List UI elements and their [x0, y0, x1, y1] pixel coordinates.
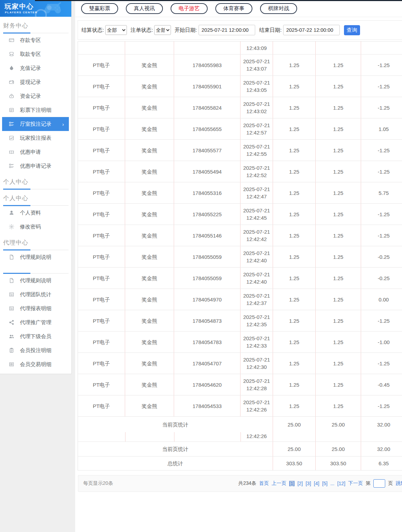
sidebar-item-wallet[interactable]: 提现记录: [2, 75, 69, 89]
sidebar-item-file[interactable]: 代理规则说明: [2, 274, 69, 287]
cell-bet-id: 1784054533: [174, 395, 241, 417]
tab-体育赛事[interactable]: 体育赛事: [215, 3, 252, 14]
cell-game-name: 奖金熊: [125, 140, 174, 161]
table-row: PT电子奖金熊17840545332025-07-2112:42:261.251…: [78, 395, 402, 417]
table-row: PT电子奖金熊17840552252025-07-2112:42:451.251…: [78, 204, 402, 225]
tab-雙赢彩票[interactable]: 雙赢彩票: [81, 3, 118, 14]
sidebar-item-label: 提现记录: [20, 79, 41, 86]
tab-电子游艺[interactable]: 电子游艺: [171, 3, 208, 14]
cell-empty: [273, 42, 316, 54]
sidebar-item-report-chart[interactable]: 玩家投注报表: [2, 131, 69, 145]
cell-game-type: PT电子: [78, 76, 125, 97]
sidebar-item-list[interactable]: 会员交易明细: [2, 357, 69, 371]
sidebar-item-list-record[interactable]: 优惠申请记录: [2, 159, 69, 173]
page-link-3[interactable]: [3]: [306, 481, 311, 486]
table-row: PT电子奖金熊17840546202025-07-2112:42:281.251…: [78, 374, 402, 395]
cell-game-type: PT电子: [78, 97, 125, 118]
sidebar-item-hall-bet[interactable]: 厅室投注记录›: [2, 117, 69, 131]
prev-page-link[interactable]: 上一页: [272, 480, 286, 487]
sidebar-section-title: 财务中心: [3, 22, 68, 33]
doc-lines-icon: [9, 107, 14, 113]
start-date-input[interactable]: [199, 25, 255, 35]
summary-valid-total: 25.00: [316, 417, 361, 442]
jump-button[interactable]: 跳转: [396, 480, 402, 487]
page-link-4[interactable]: [4]: [314, 481, 320, 486]
cell-bet-amount: 1.25: [273, 54, 316, 76]
page-link-5[interactable]: [5]: [322, 481, 328, 486]
ghost-border: [125, 432, 125, 442]
cell-bet-time: 2025-07-2112:42:57: [241, 118, 273, 140]
wallet-icon: [9, 79, 14, 85]
sidebar-item-clipboard[interactable]: 会员投注明细: [2, 343, 69, 357]
table-row: PT电子奖金熊17840549702025-07-2112:42:371.251…: [78, 289, 402, 310]
cell-bet-time: 2025-07-2112:42:45: [241, 204, 273, 225]
ghost-border: [174, 432, 174, 442]
sidebar-item-withdraw-hand[interactable]: 取款专区: [2, 47, 69, 61]
cell-win-loss: -1.25: [361, 310, 402, 331]
sidebar-item-file[interactable]: 代理规则说明: [2, 250, 69, 264]
settle-status-select[interactable]: 全部: [105, 25, 127, 35]
share-icon: [9, 320, 14, 325]
page-summary-row-overlap: 当前页统计 12:42:26 25.00 25.00 32.00: [78, 417, 402, 442]
sidebar-item-moneybag[interactable]: 充值记录: [2, 61, 69, 75]
cell-game-name: 奖金熊: [125, 310, 174, 331]
sidebar-item-label: 彩票下注明细: [20, 107, 51, 114]
jump-page-input[interactable]: [373, 479, 385, 488]
cell-bet-amount: 1.25: [273, 374, 316, 395]
end-date-input[interactable]: [283, 25, 340, 35]
page-link-12[interactable]: [12]: [337, 481, 345, 486]
sidebar-item-news[interactable]: 代理报表明细: [2, 301, 69, 315]
cell-game-type: PT电子: [78, 395, 125, 417]
cell-game-name: 奖金熊: [125, 395, 174, 417]
table-row: PT电子奖金熊17840550592025-07-2112:42:401.251…: [78, 246, 402, 268]
sidebar-item-label: 取款专区: [20, 51, 41, 58]
order-status-select[interactable]: 全部: [154, 25, 171, 35]
cell-game-type: PT电子: [78, 331, 125, 353]
sidebar-item-share[interactable]: 代理推广管理: [2, 315, 69, 329]
per-page-label: 每页显示20条: [83, 480, 113, 487]
sidebar-item-bank-card[interactable]: 存款专区: [2, 33, 69, 47]
cell-bet-id: 1784055824: [174, 97, 241, 118]
sidebar-item-coupon[interactable]: 优惠申请: [2, 145, 69, 159]
game-category-tabs: 雙赢彩票真人视讯电子游艺体育赛事棋牌对战: [75, 0, 402, 17]
cell-game-name: 奖金熊: [125, 54, 174, 76]
tab-棋牌对战[interactable]: 棋牌对战: [260, 3, 297, 14]
cell-bet-amount: 1.25: [273, 353, 316, 374]
cell-bet-amount: 1.25: [273, 289, 316, 310]
cell-win-loss: -1.00: [361, 331, 402, 353]
cell-bet-id: 1784055577: [174, 140, 241, 161]
cell-game-name: 奖金熊: [125, 97, 174, 118]
next-page-link[interactable]: 下一页: [348, 480, 363, 487]
cell-game-name: 奖金熊: [125, 331, 174, 353]
sidebar-item-label: 存款专区: [20, 37, 41, 44]
page-link-2[interactable]: [2]: [297, 481, 303, 486]
cell-bet-amount: 1.25: [273, 182, 316, 204]
summary-label-cell: 当前页统计 12:42:26: [78, 417, 273, 442]
table-row: PT电子奖金熊17840554942025-07-2112:42:521.251…: [78, 161, 402, 182]
first-page-link[interactable]: 首页: [259, 480, 269, 487]
cell-game-type: PT电子: [78, 182, 125, 204]
cell-game-name: 奖金熊: [125, 225, 174, 246]
sidebar-item-users[interactable]: 代理下级会员: [2, 329, 69, 343]
summary-bet-total: 25.00: [273, 417, 316, 442]
page-summary-label: 当前页统计: [162, 422, 188, 428]
search-button[interactable]: 查询: [344, 25, 360, 35]
grand-total-label: 总统计: [167, 460, 183, 466]
cell-bet-id: 1784054620: [174, 374, 241, 395]
cell-win-loss: -0.45: [361, 374, 402, 395]
table-row: PT电子奖金熊17840558242025-07-2112:43:021.251…: [78, 97, 402, 118]
cell-game-type: PT电子: [78, 54, 125, 76]
sidebar-item-news[interactable]: 代理团队统计: [2, 287, 69, 301]
page-link-1[interactable]: [1]: [289, 481, 295, 486]
sidebar-item-purse[interactable]: 资金记录: [2, 89, 69, 103]
cell-win-loss: -1.25: [361, 353, 402, 374]
grand-total-row: 总统计 303.50 303.50 6.35: [78, 457, 402, 471]
cell-game-name: 奖金熊: [125, 246, 174, 268]
tab-真人视讯[interactable]: 真人视讯: [126, 3, 163, 14]
cell-game-name: 奖金熊: [125, 289, 174, 310]
coupon-icon: [9, 149, 14, 155]
sidebar-item-user[interactable]: 个人资料: [2, 206, 69, 220]
table-row: PT电子奖金熊17840550592025-07-2112:42:401.251…: [78, 268, 402, 289]
sidebar-item-doc-lines[interactable]: 彩票下注明细: [2, 103, 69, 117]
sidebar-item-gear[interactable]: 修改密码: [2, 220, 69, 234]
